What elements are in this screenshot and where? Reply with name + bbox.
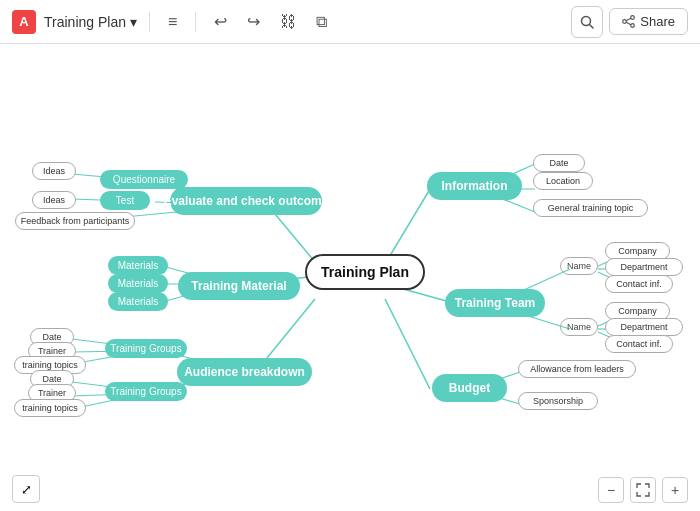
- canvas: Training Plan Information Date Location …: [0, 44, 700, 511]
- contact1-node[interactable]: Contact inf.: [605, 275, 673, 293]
- app-logo: A: [12, 10, 36, 34]
- ideas2-node[interactable]: Ideas: [32, 191, 76, 209]
- document-title: Training Plan ▾: [44, 14, 137, 30]
- information-node[interactable]: Information: [427, 172, 522, 200]
- zoom-fit-button[interactable]: [630, 477, 656, 503]
- menu-button[interactable]: ≡: [162, 9, 183, 35]
- audience-node[interactable]: Audience breakdown: [177, 358, 312, 386]
- feedback-node[interactable]: Feedback from participants: [15, 212, 135, 230]
- date1-node[interactable]: Date: [533, 154, 585, 172]
- svg-point-3: [631, 24, 635, 28]
- materials3-node[interactable]: Materials: [108, 292, 168, 311]
- department1-node[interactable]: Department: [605, 258, 683, 276]
- svg-line-6: [626, 18, 631, 20]
- title-dropdown-icon[interactable]: ▾: [130, 14, 137, 30]
- header-right: Share: [571, 6, 688, 38]
- expand-button[interactable]: ⤢: [12, 475, 40, 503]
- undo-button[interactable]: ↩: [208, 8, 233, 35]
- search-icon: [580, 15, 594, 29]
- training-topics2-node[interactable]: training topics: [14, 399, 86, 417]
- zoom-out-button[interactable]: −: [598, 477, 624, 503]
- department2-node[interactable]: Department: [605, 318, 683, 336]
- header: A Training Plan ▾ ≡ ↩ ↪ ⛓ ⧉ Share: [0, 0, 700, 44]
- svg-line-5: [626, 22, 631, 24]
- zoom-controls: − +: [598, 477, 688, 503]
- search-button[interactable]: [571, 6, 603, 38]
- sponsorship-node[interactable]: Sponsorship: [518, 392, 598, 410]
- materials2-node[interactable]: Materials: [108, 274, 168, 293]
- budget-node[interactable]: Budget: [432, 374, 507, 402]
- evaluate-node[interactable]: Evaluate and check outcome: [170, 187, 322, 215]
- general-training-node[interactable]: General training topic: [533, 199, 648, 217]
- svg-point-2: [631, 16, 635, 20]
- clone-button[interactable]: ⧉: [310, 9, 333, 35]
- name1-node[interactable]: Name: [560, 257, 598, 275]
- svg-line-7: [385, 189, 430, 264]
- location-node[interactable]: Location: [533, 172, 593, 190]
- training-groups2-node[interactable]: Training Groups: [105, 382, 187, 401]
- test-node[interactable]: Test: [100, 191, 150, 210]
- training-material-node[interactable]: Training Material: [178, 272, 300, 300]
- share-button[interactable]: Share: [609, 8, 688, 35]
- svg-point-4: [623, 20, 627, 24]
- training-team-node[interactable]: Training Team: [445, 289, 545, 317]
- svg-line-20: [385, 299, 430, 389]
- name2-node[interactable]: Name: [560, 318, 598, 336]
- ideas1-node[interactable]: Ideas: [32, 162, 76, 180]
- materials1-node[interactable]: Materials: [108, 256, 168, 275]
- share-icon: [622, 15, 635, 28]
- center-node[interactable]: Training Plan: [305, 254, 425, 290]
- allowance-node[interactable]: Allowance from leaders: [518, 360, 636, 378]
- divider: [149, 12, 150, 32]
- training-groups1-node[interactable]: Training Groups: [105, 339, 187, 358]
- link-button[interactable]: ⛓: [274, 9, 302, 35]
- divider2: [195, 12, 196, 32]
- contact2-node[interactable]: Contact inf.: [605, 335, 673, 353]
- fit-icon: [636, 483, 650, 497]
- zoom-in-button[interactable]: +: [662, 477, 688, 503]
- questionnaire-node[interactable]: Questionnaire: [100, 170, 188, 189]
- redo-button[interactable]: ↪: [241, 8, 266, 35]
- svg-line-1: [590, 24, 594, 28]
